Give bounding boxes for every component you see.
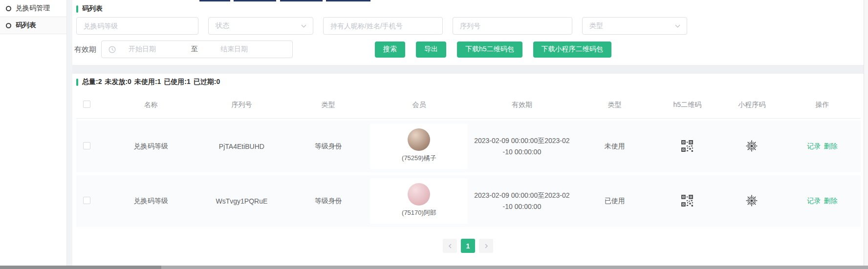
range-separator: 至 <box>191 45 220 54</box>
member-name: (75170)阿部 <box>402 208 436 217</box>
filter-panel: 码列表 状态 类型 有效期 开始日期 <box>72 0 864 65</box>
next-page-button[interactable] <box>479 239 493 253</box>
main-content: 码列表 状态 类型 有效期 开始日期 <box>72 0 864 266</box>
cell-name: 兑换码等级 <box>107 197 195 206</box>
sidebar-item-code-list[interactable]: 码列表 <box>0 17 66 34</box>
summary-stat: 未发放:0 <box>105 78 131 85</box>
record-link[interactable]: 记录 <box>807 197 821 205</box>
cell-serial: WsTvgy1PQRuE <box>195 197 288 205</box>
serial-input[interactable] <box>453 17 572 35</box>
status-select[interactable]: 状态 <box>208 17 313 35</box>
row-checkbox[interactable] <box>83 197 90 204</box>
column-header-mini-qr: 小程序码 <box>719 101 784 109</box>
column-header-type: 类型 <box>288 101 369 109</box>
title-accent-bar <box>76 5 78 13</box>
prev-page-button[interactable] <box>443 239 457 253</box>
end-date-input[interactable]: 结束日期 <box>220 45 283 54</box>
table-header: 名称 序列号 类型 会员 有效期 类型 h5二维码 小程序码 操作 <box>76 91 861 119</box>
sidebar-item-label: 兑换码管理 <box>16 4 50 13</box>
horizontal-scrollbar[interactable] <box>0 266 868 269</box>
table-row: 兑换码等级 PjTA4EtiBUHD 等级身份 (75259)橘子 2023-0… <box>76 121 861 172</box>
pagination: 1 <box>72 239 864 253</box>
cell-name: 兑换码等级 <box>107 142 195 151</box>
sidebar-item-code-management[interactable]: 兑换码管理 <box>0 0 66 17</box>
cell-status: 已使用 <box>574 197 655 206</box>
column-header-name: 名称 <box>107 101 195 109</box>
download-miniprogram-qr-button[interactable]: 下载小程序二维码包 <box>533 41 611 58</box>
column-header-validity: 有效期 <box>470 101 575 109</box>
export-button[interactable]: 导出 <box>416 41 446 58</box>
member-cell: (75170)阿部 <box>370 178 468 224</box>
clipped-top-artifact <box>199 0 370 1</box>
page-number-current[interactable]: 1 <box>461 239 475 253</box>
h5-qr-code-icon[interactable] <box>681 194 694 207</box>
column-header-member: 会员 <box>369 101 469 109</box>
sidebar-item-label: 码列表 <box>16 21 36 30</box>
chevron-left-icon <box>447 243 453 249</box>
column-header-serial: 序列号 <box>195 101 288 109</box>
code-level-input[interactable] <box>76 17 198 35</box>
table-row: 兑换码等级 WsTvgy1PQRuE 等级身份 (75170)阿部 2023-0… <box>76 175 861 227</box>
delete-link[interactable]: 删除 <box>824 142 838 150</box>
type-select[interactable]: 类型 <box>582 17 687 35</box>
right-scrollbar-gutter[interactable] <box>864 0 868 266</box>
validity-label: 有效期 <box>74 45 96 54</box>
summary-stat: 已过期:0 <box>194 78 220 85</box>
chevron-right-icon <box>483 243 489 249</box>
summary-stats: 总量:2未发放:0未使用:1已使用:1已过期:0 <box>82 78 223 86</box>
member-avatar <box>408 128 430 151</box>
action-buttons: 搜索 导出 下载h5二维码包 下载小程序二维码包 <box>375 41 611 58</box>
clock-icon <box>108 46 116 53</box>
cell-serial: PjTA4EtiBUHD <box>195 143 288 150</box>
cell-status: 未使用 <box>574 142 655 151</box>
member-name: (75259)橘子 <box>402 154 436 163</box>
app-window: 兑换码管理 码列表 码列表 状态 类型 <box>0 0 868 266</box>
sidebar-gutter <box>67 0 72 266</box>
column-header-h5-qr: h5二维码 <box>655 101 719 109</box>
miniprogram-qr-code-icon[interactable] <box>745 140 758 152</box>
holder-input[interactable] <box>323 17 443 35</box>
page-title: 码列表 <box>72 0 864 16</box>
chevron-down-icon <box>674 23 681 29</box>
sidebar: 兑换码管理 码列表 <box>0 0 67 266</box>
section-divider-band <box>72 65 864 74</box>
member-cell: (75259)橘子 <box>370 124 468 169</box>
column-header-actions: 操作 <box>784 101 861 109</box>
delete-link[interactable]: 删除 <box>824 197 838 205</box>
summary-stat: 总量:2 <box>82 78 102 85</box>
summary-bar: 总量:2未发放:0未使用:1已使用:1已过期:0 <box>72 78 864 86</box>
summary-accent-bar <box>76 79 78 86</box>
horizontal-scrollbar-thumb[interactable] <box>0 266 161 269</box>
summary-stat: 未使用:1 <box>134 78 161 85</box>
filter-row-1: 状态 类型 <box>72 16 864 35</box>
table-panel: 总量:2未发放:0未使用:1已使用:1已过期:0 名称 序列号 类型 会员 有效… <box>72 74 864 266</box>
cell-validity: 2023-02-09 00:00:00至2023-02-10 00:00:00 <box>474 190 570 212</box>
circle-bullet-icon <box>6 23 11 28</box>
select-all-checkbox[interactable] <box>83 101 90 108</box>
member-avatar <box>408 183 430 206</box>
table-body: 兑换码等级 PjTA4EtiBUHD 等级身份 (75259)橘子 2023-0… <box>72 119 864 230</box>
cell-type: 等级身份 <box>288 142 369 151</box>
cell-validity: 2023-02-09 00:00:00至2023-02-10 00:00:00 <box>474 135 570 158</box>
cell-type: 等级身份 <box>288 197 369 206</box>
search-button[interactable]: 搜索 <box>375 41 405 58</box>
filter-row-2: 有效期 开始日期 至 结束日期 搜索 导出 下载h5二维码包 下载小程序二维码包 <box>72 35 864 58</box>
chevron-down-icon <box>301 23 307 29</box>
h5-qr-code-icon[interactable] <box>681 140 694 152</box>
circle-bullet-icon <box>6 6 11 11</box>
column-header-status: 类型 <box>574 101 655 109</box>
miniprogram-qr-code-icon[interactable] <box>745 194 758 207</box>
summary-stat: 已使用:1 <box>164 78 190 85</box>
record-link[interactable]: 记录 <box>807 142 821 150</box>
row-checkbox[interactable] <box>83 142 90 149</box>
start-date-input[interactable]: 开始日期 <box>129 45 191 54</box>
validity-date-range-picker[interactable]: 开始日期 至 结束日期 <box>101 41 293 58</box>
download-h5-qr-button[interactable]: 下载h5二维码包 <box>457 41 522 58</box>
